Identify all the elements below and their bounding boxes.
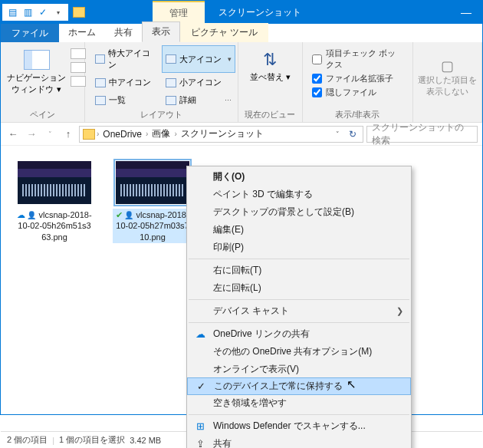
hide-selected-icon: ▢: [441, 58, 454, 74]
menu-print[interactable]: 印刷(P): [187, 239, 411, 256]
layout-large[interactable]: 大アイコン▾: [162, 45, 235, 73]
layout-extra-large[interactable]: 特大アイコン: [91, 45, 159, 73]
tab-file[interactable]: ファイル: [1, 24, 59, 42]
file-item-selected[interactable]: ✔👤 vlcsnap-2018-10-02-05h27m03s710.png: [113, 156, 192, 404]
menu-rotate-right[interactable]: 右に回転(T): [187, 262, 411, 279]
menu-onedrive-more[interactable]: その他の OneDrive 共有オプション(M): [187, 343, 411, 361]
group-label-layout: レイアウト: [85, 109, 238, 120]
context-menu: 開く(O) ペイント 3D で編集する デスクトップの背景として設定(B) 編集…: [186, 166, 412, 448]
tab-view[interactable]: 表示: [142, 21, 180, 42]
chevron-right-icon: ❯: [396, 306, 403, 316]
chevron-right-icon[interactable]: ›: [146, 130, 148, 138]
file-name: ☁👤 vlcsnap-2018-10-02-05h26m51s363.png: [15, 209, 94, 243]
layout-small[interactable]: 小アイコン: [162, 74, 235, 91]
navigation-pane-button[interactable]: ナビゲーション ウィンドウ ▾: [7, 45, 66, 108]
menu-share[interactable]: ⇪共有: [187, 435, 411, 448]
refresh-icon[interactable]: ↻: [346, 129, 360, 140]
address-bar-row: ← → ˅ ↑ › OneDrive › 画像 › スクリーンショット ˅ ↻ …: [1, 123, 482, 146]
window-title: スクリーンショット: [219, 6, 301, 19]
group-current-view: ⇅ 並べ替え ▾ 現在のビュー: [238, 42, 303, 122]
group-layout: 特大アイコン 大アイコン▾ 中アイコン 小アイコン 一覧 詳細⋯ レイアウト: [85, 42, 238, 122]
address-folder-icon: [83, 129, 95, 140]
check-icon: ✓: [194, 380, 208, 392]
nav-back[interactable]: ←: [5, 128, 21, 140]
menu-separator: [189, 299, 409, 300]
menu-set-background[interactable]: デスクトップの背景として設定(B): [187, 203, 411, 221]
search-input[interactable]: スクリーンショットの検索: [366, 126, 478, 143]
qat-item-2[interactable]: ✓: [36, 5, 50, 19]
hide-selected-button: ▢ 選択した項目を 表示しない: [413, 42, 482, 122]
check-icon: ✔: [116, 209, 123, 220]
titlebar: ▤ ▥ ✓ ▾ 管理 スクリーンショット —: [1, 1, 482, 24]
checkbox-file-extensions[interactable]: ファイル名拡張子: [312, 73, 403, 84]
shield-icon: ⊞: [193, 420, 207, 432]
tab-share[interactable]: 共有: [105, 23, 142, 42]
share-icon: ⇪: [193, 438, 207, 448]
crumb-onedrive[interactable]: OneDrive: [100, 129, 144, 140]
file-name: ✔👤 vlcsnap-2018-10-02-05h27m03s710.png: [113, 209, 192, 243]
folder-icon: [73, 7, 85, 18]
context-tab-manage[interactable]: 管理: [153, 1, 205, 24]
nav-up[interactable]: ↑: [61, 128, 76, 140]
checkbox-hidden-files[interactable]: 隠しファイル: [312, 87, 403, 98]
group-label-current-view: 現在のビュー: [238, 109, 302, 120]
cloud-icon: ☁: [17, 209, 25, 220]
layout-details[interactable]: 詳細⋯: [162, 92, 235, 108]
menu-view-online[interactable]: オンラインで表示(V): [187, 361, 411, 378]
status-item-count: 2 個の項目: [7, 434, 48, 446]
menu-rotate-left[interactable]: 左に回転(L): [187, 279, 411, 297]
tab-picture-tools[interactable]: ピクチャ ツール: [180, 23, 268, 42]
menu-separator: [189, 414, 409, 415]
thumbnail: [18, 161, 91, 204]
address-bar[interactable]: › OneDrive › 画像 › スクリーンショット ˅ ↻: [79, 126, 363, 143]
chevron-right-icon[interactable]: ›: [97, 130, 99, 138]
navigation-pane-label: ナビゲーション ウィンドウ ▾: [7, 72, 66, 95]
hide-selected-label: 選択した項目を 表示しない: [418, 74, 477, 97]
group-label-panes: ペイン: [1, 109, 84, 120]
menu-free-space[interactable]: 空き領域を増やす: [187, 394, 411, 412]
layout-medium[interactable]: 中アイコン: [91, 74, 159, 91]
thumbnail: [116, 161, 189, 204]
ribbon-tabs: ファイル ホーム 共有 表示 ピクチャ ツール: [1, 24, 482, 42]
cloud-icon: ☁: [193, 328, 207, 340]
checkbox-item-checkboxes[interactable]: 項目チェック ボックス: [312, 48, 403, 71]
ribbon: ナビゲーション ウィンドウ ▾ ペイン 特大アイコン 大アイコン▾ 中アイコン …: [1, 42, 482, 123]
group-label-show-hide: 表示/非表示: [303, 109, 412, 120]
nav-recent-dropdown[interactable]: ˅: [42, 130, 58, 138]
file-item[interactable]: ☁👤 vlcsnap-2018-10-02-05h26m51s363.png: [15, 156, 94, 404]
menu-defender-scan[interactable]: ⊞Windows Defender でスキャンする...: [187, 417, 411, 435]
menu-separator: [189, 259, 409, 259]
address-dropdown-icon[interactable]: ˅: [331, 130, 344, 138]
sort-button[interactable]: 並べ替え ▾: [250, 71, 291, 83]
layout-list[interactable]: 一覧: [91, 92, 159, 108]
nav-forward[interactable]: →: [24, 128, 39, 140]
status-size: 3.42 MB: [130, 436, 161, 445]
person-icon: 👤: [27, 210, 36, 220]
menu-edit[interactable]: 編集(E): [187, 221, 411, 239]
qat-item-1[interactable]: ▥: [21, 5, 34, 19]
crumb-screenshots[interactable]: スクリーンショット: [179, 127, 266, 140]
status-selected: 1 個の項目を選択: [59, 434, 125, 446]
group-show-hide: 項目チェック ボックス ファイル名拡張子 隠しファイル 表示/非表示: [303, 42, 413, 122]
tab-home[interactable]: ホーム: [59, 23, 105, 42]
chevron-right-icon[interactable]: ›: [174, 130, 176, 138]
crumb-images[interactable]: 画像: [150, 127, 172, 140]
pane-options[interactable]: [71, 45, 86, 108]
menu-cast[interactable]: デバイス キャスト❯: [187, 302, 411, 320]
sort-icon[interactable]: ⇅: [263, 50, 277, 70]
person-icon: 👤: [124, 210, 133, 220]
minimize-button[interactable]: —: [450, 6, 482, 18]
quick-access-toolbar: ▤ ▥ ✓ ▾: [2, 4, 68, 21]
app-icon: ▤: [5, 5, 19, 19]
menu-separator: [189, 322, 409, 323]
menu-always-keep[interactable]: ✓このデバイス上で常に保持する: [187, 377, 411, 395]
menu-paint3d[interactable]: ペイント 3D で編集する: [187, 186, 411, 203]
group-panes: ナビゲーション ウィンドウ ▾ ペイン: [1, 42, 85, 122]
qat-dropdown-icon[interactable]: ▾: [51, 5, 65, 19]
menu-onedrive-share[interactable]: ☁OneDrive リンクの共有: [187, 325, 411, 343]
menu-open[interactable]: 開く(O): [187, 168, 411, 186]
